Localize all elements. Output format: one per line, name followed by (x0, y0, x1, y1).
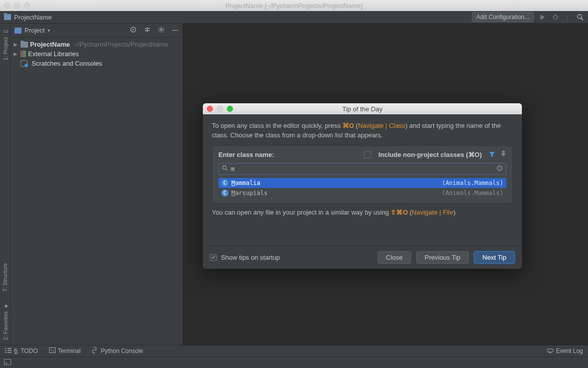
tree-root-name: ProjectName (30, 41, 70, 48)
gutter-tab-favorites[interactable]: 2: Favorites ★ (2, 300, 9, 343)
bottom-tool-python-console[interactable]: Python Console (92, 347, 143, 355)
hide-icon[interactable]: — (172, 26, 178, 35)
gutter-tab-project[interactable]: 1: Project ▭ (2, 26, 9, 63)
keyboard-shortcut: ⌘O (343, 122, 354, 129)
divider: | (564, 14, 571, 21)
svg-point-13 (223, 166, 226, 169)
event-log-icon (547, 347, 553, 355)
expand-arrow-icon[interactable]: ▶ (14, 42, 19, 47)
class-badge-icon: C (221, 190, 228, 197)
locate-icon[interactable] (130, 26, 137, 35)
tip-paragraph-1: To open any class in the editor quickly,… (212, 121, 513, 140)
project-tool-window: Project ▾ — ▶ ProjectName (11, 24, 183, 345)
project-icon (15, 28, 22, 34)
include-nonproject-checkbox[interactable] (364, 151, 371, 158)
tool-window-toggle-icon[interactable] (4, 359, 11, 366)
chevron-down-icon[interactable]: ▾ (48, 28, 50, 33)
show-tips-checkbox-wrapper[interactable]: Show tips on startup (210, 254, 280, 261)
show-tips-label: Show tips on startup (221, 254, 280, 261)
svg-line-3 (557, 17, 558, 17)
result-class-name: Marsupials (231, 190, 267, 197)
result-package: (Animals.Mammals) (442, 190, 503, 197)
tree-external-libraries[interactable]: ▶ External Libraries (11, 49, 182, 59)
dialog-title-bar[interactable]: Tip of the Day (203, 103, 522, 114)
tree-scratches[interactable]: Scratches and Consoles (11, 59, 182, 68)
keyboard-shortcut: ⇧⌘O (391, 209, 408, 216)
svg-line-5 (581, 18, 583, 20)
filter-icon[interactable] (489, 151, 495, 159)
svg-point-7 (133, 29, 134, 31)
close-window-icon[interactable] (4, 3, 10, 9)
tree-item-label: External Libraries (28, 50, 79, 58)
result-class-name: Mammalia (231, 179, 260, 187)
close-button[interactable]: Close (378, 251, 411, 264)
clear-icon[interactable] (496, 165, 503, 173)
project-tree[interactable]: ▶ ProjectName ~/PycharmProjects/ProjectN… (11, 38, 182, 70)
tree-root-path: ~/PycharmProjects/ProjectName (74, 41, 168, 48)
tree-root-project[interactable]: ▶ ProjectName ~/PycharmProjects/ProjectN… (11, 40, 182, 49)
result-package: (Animals.Mammals) (442, 179, 503, 187)
navigate-file-link[interactable]: Navigate | File (412, 209, 453, 216)
search-result-row[interactable]: CMammalia(Animals.Mammals) (218, 178, 506, 188)
svg-point-4 (577, 15, 581, 19)
tree-item-label: Scratches and Consoles (32, 60, 102, 67)
enter-class-name-label: Enter class name: (218, 151, 274, 158)
svg-point-0 (553, 16, 557, 20)
search-panel-illustration: Enter class name: Include non-project cl… (212, 145, 513, 204)
project-tool-header: Project ▾ — (11, 24, 182, 38)
breadcrumb[interactable]: ProjectName (14, 14, 52, 21)
folder-icon (21, 42, 28, 48)
dialog-body: To open any class in the editor quickly,… (203, 114, 522, 246)
bottom-tool-event-log[interactable]: Event Log (547, 347, 583, 355)
svg-rect-10 (547, 349, 553, 352)
gear-icon[interactable] (158, 26, 165, 35)
folder-icon (4, 14, 11, 20)
star-icon: ★ (2, 303, 9, 309)
run-icon[interactable] (539, 14, 546, 21)
zoom-window-icon[interactable] (24, 3, 30, 9)
class-badge-icon: C (221, 179, 228, 187)
svg-line-14 (226, 169, 227, 170)
bottom-tool-terminal[interactable]: Terminal (49, 347, 81, 354)
debug-icon[interactable] (551, 14, 559, 21)
class-search-input-wrapper[interactable] (218, 163, 506, 175)
add-configuration-button[interactable]: Add Configuration... (472, 12, 534, 22)
search-everywhere-icon[interactable] (576, 14, 584, 21)
next-tip-button[interactable]: Next Tip (474, 251, 515, 264)
bottom-tool-todo[interactable]: 6: TODO (5, 347, 38, 354)
svg-rect-9 (49, 348, 55, 353)
class-search-input[interactable] (231, 165, 493, 172)
svg-rect-11 (5, 359, 11, 364)
pin-icon[interactable] (500, 151, 506, 158)
svg-rect-12 (5, 363, 7, 365)
collapse-all-icon[interactable] (144, 26, 151, 35)
expand-arrow-icon[interactable]: ▶ (14, 51, 19, 57)
traffic-lights (4, 3, 30, 9)
show-tips-checkbox[interactable] (210, 254, 217, 261)
search-results: CMammalia(Animals.Mammals)CMarsupials(An… (218, 178, 506, 198)
previous-tip-button[interactable]: Previous Tip (416, 251, 469, 264)
svg-point-8 (160, 29, 162, 31)
macos-title-bar: ProjectName [~/PycharmProjects/ProjectNa… (0, 0, 588, 11)
todo-icon (5, 347, 12, 354)
python-icon (92, 347, 98, 355)
navigate-class-link[interactable]: Navigate | Class (358, 122, 405, 129)
libraries-icon (21, 51, 26, 57)
svg-line-2 (553, 17, 554, 17)
tip-paragraph-2: You can open any file in your project in… (212, 209, 513, 216)
scratches-icon (21, 60, 28, 67)
left-tool-gutter: 1: Project ▭ 7: Structure 2: Favorites ★ (0, 24, 11, 345)
bottom-tool-bar: 6: TODO Terminal Python Console Event Lo… (0, 345, 588, 356)
include-nonproject-label: Include non-project classes (⌘O) (378, 151, 482, 158)
search-icon (222, 165, 228, 172)
project-tool-title: Project (25, 27, 45, 34)
terminal-icon (49, 347, 56, 354)
minimize-window-icon[interactable] (14, 3, 20, 9)
status-bar (0, 356, 588, 368)
gutter-tab-structure[interactable]: 7: Structure (2, 260, 8, 295)
folder-icon: ▭ (2, 29, 9, 35)
dialog-title: Tip of the Day (203, 105, 522, 113)
navigation-bar: ProjectName Add Configuration... | (0, 11, 588, 24)
dialog-footer: Show tips on startup Close Previous Tip … (203, 246, 522, 269)
search-result-row[interactable]: CMarsupials(Animals.Mammals) (218, 188, 506, 198)
